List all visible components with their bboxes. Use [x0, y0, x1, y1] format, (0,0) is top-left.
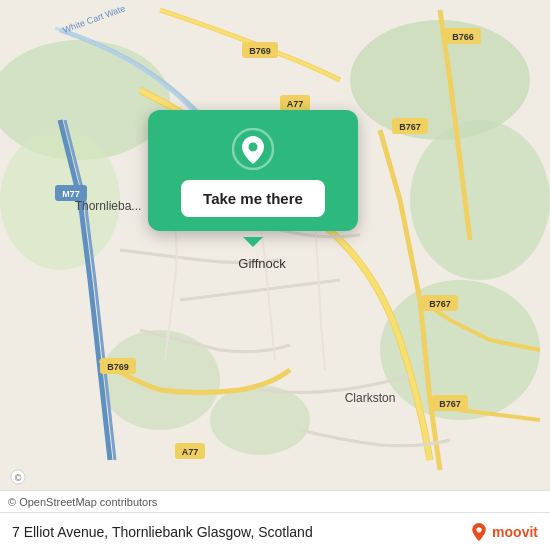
- svg-text:Clarkston: Clarkston: [345, 391, 396, 405]
- address-text: 7 Elliot Avenue, Thornliebank Glasgow, S…: [12, 524, 313, 540]
- svg-text:B769: B769: [249, 46, 271, 56]
- take-me-there-button[interactable]: Take me there: [181, 180, 325, 217]
- svg-text:A77: A77: [287, 99, 304, 109]
- svg-text:Thornlieba...: Thornlieba...: [75, 199, 142, 213]
- svg-text:B767: B767: [439, 399, 461, 409]
- svg-point-33: [249, 143, 258, 152]
- svg-text:©: ©: [15, 473, 22, 483]
- map-svg: B769 A77 B766 B767 B767 B767 M77 B769 A7…: [0, 0, 550, 490]
- svg-text:B767: B767: [429, 299, 451, 309]
- map-container: B769 A77 B766 B767 B767 B767 M77 B769 A7…: [0, 0, 550, 490]
- svg-point-7: [210, 385, 310, 455]
- svg-text:B769: B769: [107, 362, 129, 372]
- svg-text:Giffnock: Giffnock: [238, 256, 286, 271]
- attribution-bar: © OpenStreetMap contributors: [0, 490, 550, 512]
- svg-text:B766: B766: [452, 32, 474, 42]
- attribution-text: © OpenStreetMap contributors: [8, 496, 157, 508]
- moovit-pin-icon: [470, 523, 488, 541]
- address-bar: 7 Elliot Avenue, Thornliebank Glasgow, S…: [0, 512, 550, 550]
- moovit-logo: moovit: [470, 523, 538, 541]
- svg-text:A77: A77: [182, 447, 199, 457]
- svg-text:M77: M77: [62, 189, 80, 199]
- svg-point-2: [410, 120, 550, 280]
- moovit-brand-text: moovit: [492, 524, 538, 540]
- svg-point-34: [476, 527, 481, 532]
- svg-point-1: [350, 20, 530, 140]
- location-pin-icon: [232, 128, 274, 170]
- svg-text:B767: B767: [399, 122, 421, 132]
- popup-overlay: Take me there: [148, 110, 358, 231]
